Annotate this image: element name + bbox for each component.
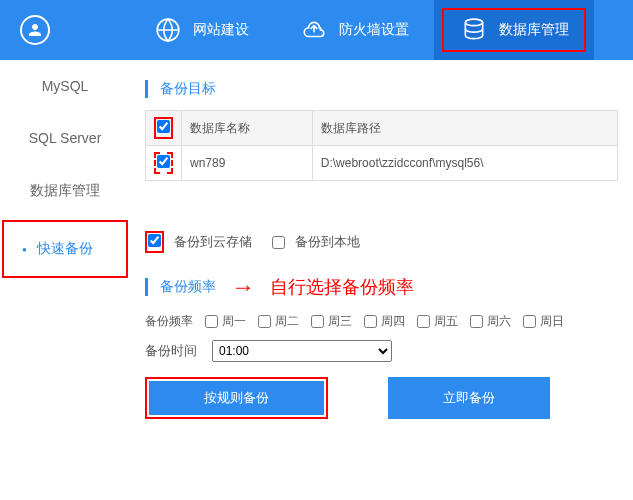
db-table: 数据库名称 数据库路径 wn789 D:\webroot\zzidcconf\m… [145, 110, 618, 181]
sidebar-sqlserver[interactable]: SQL Server [0, 112, 130, 164]
table-row: wn789 D:\webroot\zzidcconf\mysql56\ [146, 146, 618, 181]
sidebar-db-manage[interactable]: 数据库管理 [0, 164, 130, 218]
avatar-icon [20, 15, 50, 45]
top-nav: 网站建设 防火墙设置 数据库管理 [0, 0, 633, 60]
col-path: 数据库路径 [312, 111, 617, 146]
cloud-checkbox[interactable] [148, 234, 161, 247]
cell-path: D:\webroot\zzidcconf\mysql56\ [312, 146, 617, 181]
sidebar-quick-backup[interactable]: 快速备份 [4, 222, 126, 276]
section-backup-target: 备份目标 [145, 80, 618, 98]
cloud-upload-icon [299, 15, 329, 45]
day-sun[interactable] [523, 315, 536, 328]
rule-backup-button[interactable]: 按规则备份 [149, 381, 324, 415]
local-checkbox[interactable] [272, 236, 285, 249]
day-tue[interactable] [258, 315, 271, 328]
time-select[interactable]: 01:00 [212, 340, 392, 362]
content: 备份目标 数据库名称 数据库路径 wn789 D:\webroot\zzidcc… [130, 60, 633, 500]
svg-point-1 [465, 19, 482, 26]
day-wed[interactable] [311, 315, 324, 328]
day-sat[interactable] [470, 315, 483, 328]
nav-website[interactable]: 网站建设 [128, 0, 274, 60]
nav-label: 网站建设 [193, 21, 249, 39]
col-name: 数据库名称 [182, 111, 313, 146]
row-checkbox[interactable] [157, 155, 170, 168]
sidebar-mysql[interactable]: MySQL [0, 60, 130, 112]
day-mon[interactable] [205, 315, 218, 328]
cell-name: wn789 [182, 146, 313, 181]
local-label: 备份到本地 [295, 233, 360, 251]
section-backup-freq: 备份频率 [145, 278, 216, 296]
arrow-icon: → [231, 273, 255, 301]
table-header-row: 数据库名称 数据库路径 [146, 111, 618, 146]
day-fri[interactable] [417, 315, 430, 328]
nav-firewall[interactable]: 防火墙设置 [274, 0, 434, 60]
now-backup-button[interactable]: 立即备份 [388, 377, 550, 419]
globe-icon [153, 15, 183, 45]
time-label: 备份时间 [145, 342, 197, 360]
database-icon [459, 15, 489, 45]
select-all-checkbox[interactable] [157, 120, 170, 133]
annotation-text: 自行选择备份频率 [270, 275, 414, 299]
nav-database[interactable]: 数据库管理 [434, 0, 594, 60]
user-section[interactable] [0, 15, 128, 45]
nav-label: 防火墙设置 [339, 21, 409, 39]
nav-label: 数据库管理 [499, 21, 569, 39]
freq-label: 备份频率 [145, 313, 193, 330]
day-thu[interactable] [364, 315, 377, 328]
username [60, 20, 108, 41]
cloud-label: 备份到云存储 [174, 233, 252, 251]
sidebar: MySQL SQL Server 数据库管理 快速备份 [0, 60, 130, 500]
